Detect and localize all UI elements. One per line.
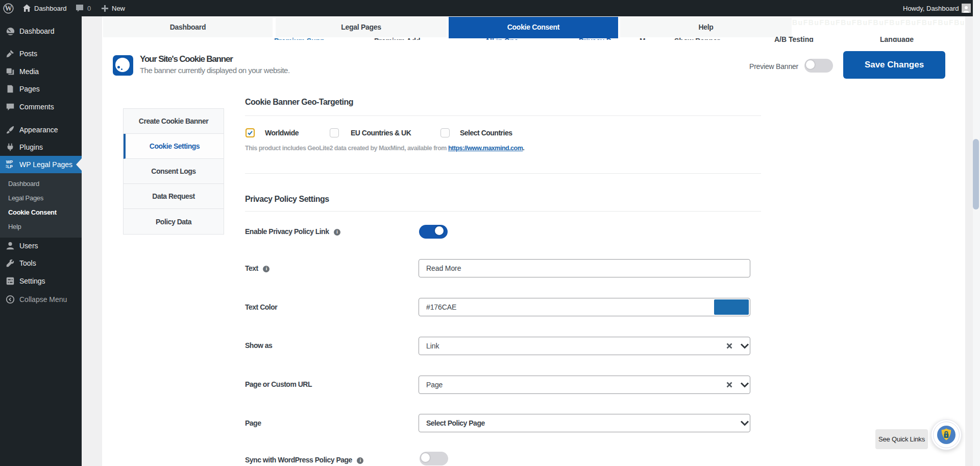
svg-text:LP: LP [7,164,13,169]
svg-text:W: W [5,5,12,12]
